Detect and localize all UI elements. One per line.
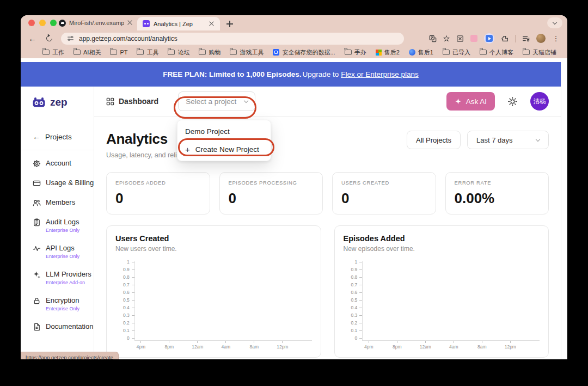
tab-strip: MiroFish/.env.example at mai Analytics |… (21, 15, 567, 30)
stat-value: 0 (341, 190, 427, 207)
sidebar-item-api-logs[interactable]: API LogsEnterprise Only (33, 244, 94, 259)
tab-zep-analytics[interactable]: Analytics | Zep (137, 17, 220, 30)
upgrade-plans-link[interactable]: Flex or Enterprise plans (341, 70, 419, 78)
ask-ai-button[interactable]: Ask AI (446, 92, 495, 111)
bookmark-item[interactable]: 论坛 (168, 48, 189, 57)
extension-active-icon[interactable] (484, 33, 494, 44)
site-settings-icon[interactable] (67, 35, 74, 42)
toolbar-actions (429, 33, 560, 44)
bookmark-item[interactable]: 购物 (199, 48, 220, 57)
sidebar-item-audit-logs[interactable]: Audit LogsEnterprise Only (33, 218, 94, 233)
back-button[interactable]: ← (28, 34, 36, 43)
all-projects-button[interactable]: All Projects (407, 131, 461, 149)
zep-logo[interactable]: zep (33, 96, 94, 108)
reading-list-icon[interactable] (522, 35, 530, 42)
bookmark-item[interactable]: 已导入 (443, 48, 470, 57)
bookmark-label: 天猫店铺 (532, 48, 556, 57)
y-tick: 0.8 (123, 274, 134, 280)
bookmark-item[interactable]: 工作 (42, 48, 64, 57)
new-tab-button[interactable] (226, 21, 233, 27)
browser-menu-icon[interactable] (552, 34, 560, 42)
browser-toolbar: ← app.getzep.com/account/analytics (21, 30, 567, 46)
theme-toggle-sun-icon[interactable] (508, 97, 517, 106)
gear-icon (33, 160, 41, 168)
bookmark-item[interactable]: 个人博客 (480, 48, 513, 57)
sidebar-item-documentation[interactable]: Documentation (33, 322, 94, 331)
y-tick: 0.7 (351, 282, 363, 287)
zoom-window-button[interactable] (50, 20, 57, 26)
bookmark-folder-icon (480, 50, 487, 55)
episodes-added-chart-card: Episodes Added New episodes over time. 1… (334, 225, 549, 358)
profile-avatar[interactable] (536, 34, 546, 43)
dashboard-nav[interactable]: Dashboard (106, 97, 158, 106)
chevron-down-icon (553, 20, 557, 24)
banner-regular-text: Upgrade to (302, 70, 339, 78)
page-content: FREE PLAN: Limited to 1,000 Episodes. Up… (21, 62, 567, 359)
x-tick: 8am (468, 341, 496, 350)
y-tick: 0.4 (351, 305, 363, 310)
y-axis: 10.90.80.70.60.50.40.30.20.10 (351, 259, 363, 341)
menu-item-demo-project[interactable]: Demo Project (177, 122, 271, 140)
bookmark-folder-icon (376, 50, 382, 56)
y-tick: 0 (123, 335, 134, 341)
bookmark-item[interactable]: 手办 (345, 48, 366, 57)
bookmarks-bar: 工作 AI相关 PT 工具 论坛 (21, 46, 567, 58)
sidebar-item-llm-providers[interactable]: LLM ProvidersEnterprise Add-on (33, 270, 94, 285)
bookmark-folder-icon (168, 50, 175, 55)
bookmark-item[interactable]: 天猫店铺 (523, 48, 556, 57)
extensions-puzzle-icon[interactable] (501, 35, 509, 42)
sidebar-item-encryption[interactable]: EncryptionEnterprise Only (33, 296, 94, 311)
x-axis: 4pm8pm12am4am8am12pm (127, 341, 312, 350)
address-bar[interactable]: app.getzep.com/account/analytics (61, 33, 404, 45)
nav-label: Audit Logs (46, 218, 79, 226)
y-tick: 0.2 (123, 320, 134, 326)
close-tab-icon[interactable] (209, 21, 215, 27)
x-tick: 12pm (496, 341, 524, 350)
stat-label: USERS CREATED (341, 180, 427, 186)
tab-github[interactable]: MiroFish/.env.example at mai (54, 15, 137, 30)
bookmark-label: 游戏工具 (240, 48, 264, 57)
bookmark-item[interactable]: 售后1 (409, 48, 433, 57)
tab-search-button[interactable] (547, 17, 562, 28)
minimize-window-button[interactable] (39, 20, 46, 26)
sidebar-item-account[interactable]: Account (33, 159, 94, 168)
stat-value: 0 (115, 190, 201, 207)
stat-label: EPISODES PROCESSING (229, 180, 314, 186)
github-favicon-icon (59, 20, 66, 27)
y-tick: 0.5 (123, 297, 134, 303)
bookmark-label: 工作 (52, 48, 64, 57)
sidebar-item-projects[interactable]: ← Projects (33, 132, 94, 141)
chart-row: Users Created New users over time. 10.90… (94, 215, 561, 358)
bookmark-item[interactable]: PT (110, 49, 127, 56)
scrollbar[interactable] (561, 62, 567, 359)
close-window-button[interactable] (28, 20, 35, 26)
bookmark-star-icon[interactable] (443, 35, 450, 42)
zep-logo-text: zep (50, 96, 68, 108)
bookmark-item[interactable]: 安全储存您的数据... (273, 48, 335, 57)
x-tick: 12am (411, 341, 439, 350)
user-avatar[interactable]: 清杨 (530, 92, 549, 111)
reload-button[interactable] (45, 34, 53, 42)
bookmark-item[interactable]: 售后2 (376, 48, 400, 57)
y-axis: 10.90.80.70.60.50.40.30.20.10 (123, 259, 134, 341)
bookmark-item[interactable]: 游戏工具 (230, 48, 264, 57)
extension-capture-icon[interactable] (456, 35, 464, 42)
project-select-dropdown[interactable]: Select a project (178, 91, 255, 111)
clipboard-icon (33, 218, 41, 226)
sidebar-item-usage-billing[interactable]: Usage & Billing (33, 179, 94, 187)
translate-icon[interactable] (429, 35, 437, 42)
sidebar-item-members[interactable]: Members (33, 198, 94, 207)
stat-card: EPISODES ADDED 0 (106, 172, 210, 215)
bookmark-item[interactable]: 工具 (137, 48, 158, 57)
ask-ai-label: Ask AI (466, 97, 487, 106)
extension-pink-icon[interactable] (470, 35, 477, 42)
close-tab-icon[interactable] (127, 20, 133, 26)
avatar-initials: 清杨 (534, 97, 546, 106)
date-range-dropdown[interactable]: Last 7 days (467, 131, 549, 149)
stat-card: USERS CREATED 0 (332, 172, 436, 215)
menu-item-create-new-project[interactable]: + Create New Project (177, 140, 271, 158)
y-tick: 0.3 (351, 313, 363, 318)
bookmark-label: 售后1 (418, 48, 433, 57)
bookmark-item[interactable]: AI相关 (74, 48, 101, 57)
bookmark-folder-icon (74, 50, 81, 55)
